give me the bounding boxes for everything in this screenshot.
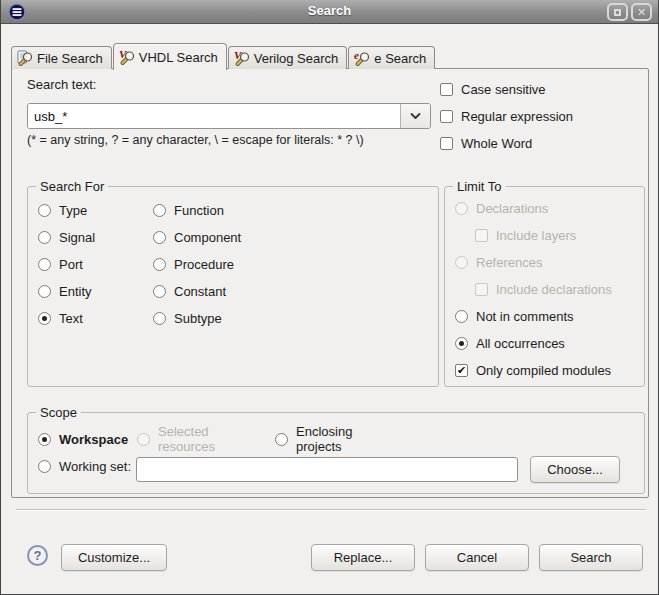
choose-button[interactable]: Choose... bbox=[530, 456, 620, 483]
include-declarations-checkbox bbox=[475, 283, 488, 296]
search-text-input[interactable] bbox=[28, 104, 400, 128]
footer-separator bbox=[16, 509, 646, 511]
case-sensitive-checkbox[interactable] bbox=[440, 83, 453, 96]
whole-word-option[interactable]: Whole Word bbox=[440, 135, 640, 151]
search-text-label: Search text: bbox=[27, 77, 96, 92]
checkbox-only-compiled-modules[interactable]: Only compiled modules bbox=[455, 362, 644, 378]
regular-expression-option[interactable]: Regular expression bbox=[440, 108, 640, 124]
working-set-radio[interactable] bbox=[38, 460, 51, 473]
help-button[interactable]: ? bbox=[27, 545, 48, 566]
search-for-group: Search For Type Function Signal bbox=[27, 186, 439, 387]
search-tabs: File Search V VHDL Search V Verilog Sear… bbox=[11, 42, 436, 69]
radio-references: References bbox=[455, 254, 644, 270]
case-sensitive-option[interactable]: Case sensitive bbox=[440, 81, 640, 97]
signal-radio[interactable] bbox=[38, 231, 51, 244]
tab-verilog-search[interactable]: V Verilog Search bbox=[228, 46, 348, 69]
vhdl-search-icon: V bbox=[119, 49, 135, 65]
declarations-radio bbox=[455, 202, 468, 215]
selected-resources-radio bbox=[137, 433, 150, 446]
limit-to-title: Limit To bbox=[453, 179, 506, 194]
radio-workspace[interactable]: Workspace bbox=[38, 432, 128, 447]
not-in-comments-radio[interactable] bbox=[455, 310, 468, 323]
whole-word-checkbox[interactable] bbox=[440, 137, 453, 150]
tab-file-search[interactable]: File Search bbox=[11, 46, 112, 69]
working-set-input[interactable] bbox=[136, 457, 518, 482]
radio-declarations: Declarations bbox=[455, 200, 644, 216]
regular-expression-checkbox[interactable] bbox=[440, 110, 453, 123]
all-occurrences-radio[interactable] bbox=[455, 337, 468, 350]
titlebar: Search ✕ bbox=[1, 0, 658, 24]
tab-e-search[interactable]: e e Search bbox=[348, 46, 435, 69]
checkbox-include-layers: Include layers bbox=[475, 227, 644, 243]
subtype-radio[interactable] bbox=[153, 312, 166, 325]
radio-subtype[interactable]: Subtype bbox=[153, 310, 222, 326]
svg-text:e: e bbox=[354, 50, 359, 61]
text-radio[interactable] bbox=[38, 312, 51, 325]
include-layers-checkbox bbox=[475, 229, 488, 242]
e-search-icon: e bbox=[354, 50, 370, 66]
function-radio[interactable] bbox=[153, 204, 166, 217]
type-radio[interactable] bbox=[38, 204, 51, 217]
maximize-icon bbox=[614, 9, 621, 16]
references-radio bbox=[455, 256, 468, 269]
constant-radio[interactable] bbox=[153, 285, 166, 298]
cancel-button[interactable]: Cancel bbox=[425, 544, 529, 571]
file-search-icon bbox=[17, 50, 33, 66]
vhdl-search-panel: Search text: (* = any string, ? = any ch… bbox=[11, 68, 649, 498]
radio-procedure[interactable]: Procedure bbox=[153, 256, 234, 272]
radio-component[interactable]: Component bbox=[153, 229, 241, 245]
workspace-radio[interactable] bbox=[38, 433, 51, 446]
help-icon: ? bbox=[34, 548, 42, 563]
enclosing-projects-radio[interactable] bbox=[275, 433, 288, 446]
tab-label: e Search bbox=[374, 51, 426, 66]
tab-vhdl-search[interactable]: V VHDL Search bbox=[113, 43, 227, 70]
verilog-search-icon: V bbox=[234, 50, 250, 66]
radio-enclosing-projects[interactable]: Enclosing projects bbox=[275, 424, 352, 454]
search-options: Case sensitive Regular expression Whole … bbox=[440, 81, 640, 162]
search-dialog: Search ✕ File Search V bbox=[0, 0, 659, 595]
radio-function[interactable]: Function bbox=[153, 202, 224, 218]
wildcard-hint: (* = any string, ? = any character, \ = … bbox=[27, 133, 364, 147]
search-button[interactable]: Search bbox=[539, 544, 643, 571]
customize-button[interactable]: Customize... bbox=[61, 544, 167, 571]
tab-label: File Search bbox=[37, 51, 103, 66]
replace-button[interactable]: Replace... bbox=[311, 544, 415, 571]
search-for-title: Search For bbox=[36, 179, 108, 194]
window-title: Search bbox=[1, 3, 658, 18]
procedure-radio[interactable] bbox=[153, 258, 166, 271]
close-icon: ✕ bbox=[637, 7, 646, 18]
radio-text[interactable]: Text bbox=[38, 310, 153, 326]
radio-selected-resources: Selected resources bbox=[137, 424, 215, 454]
radio-not-in-comments[interactable]: Not in comments bbox=[455, 308, 644, 324]
entity-radio[interactable] bbox=[38, 285, 51, 298]
scope-group: Scope Workspace Selected resources Enclo… bbox=[27, 412, 645, 494]
combo-dropdown-button[interactable] bbox=[400, 104, 430, 128]
only-compiled-modules-checkbox[interactable] bbox=[455, 364, 468, 377]
close-button[interactable]: ✕ bbox=[631, 3, 652, 21]
component-radio[interactable] bbox=[153, 231, 166, 244]
radio-port[interactable]: Port bbox=[38, 256, 153, 272]
tab-label: VHDL Search bbox=[139, 50, 218, 65]
tab-label: Verilog Search bbox=[254, 51, 339, 66]
checkbox-include-declarations: Include declarations bbox=[475, 281, 644, 297]
radio-type[interactable]: Type bbox=[38, 202, 153, 218]
radio-all-occurrences[interactable]: All occurrences bbox=[455, 335, 644, 351]
limit-to-group: Limit To Declarations Include layers Ref… bbox=[444, 186, 645, 387]
radio-signal[interactable]: Signal bbox=[38, 229, 153, 245]
chevron-down-icon bbox=[410, 113, 421, 120]
scope-title: Scope bbox=[36, 405, 81, 420]
radio-working-set[interactable]: Working set: bbox=[38, 459, 131, 474]
search-text-combo bbox=[27, 103, 431, 129]
port-radio[interactable] bbox=[38, 258, 51, 271]
maximize-button[interactable] bbox=[607, 3, 628, 21]
radio-constant[interactable]: Constant bbox=[153, 283, 226, 299]
radio-entity[interactable]: Entity bbox=[38, 283, 153, 299]
